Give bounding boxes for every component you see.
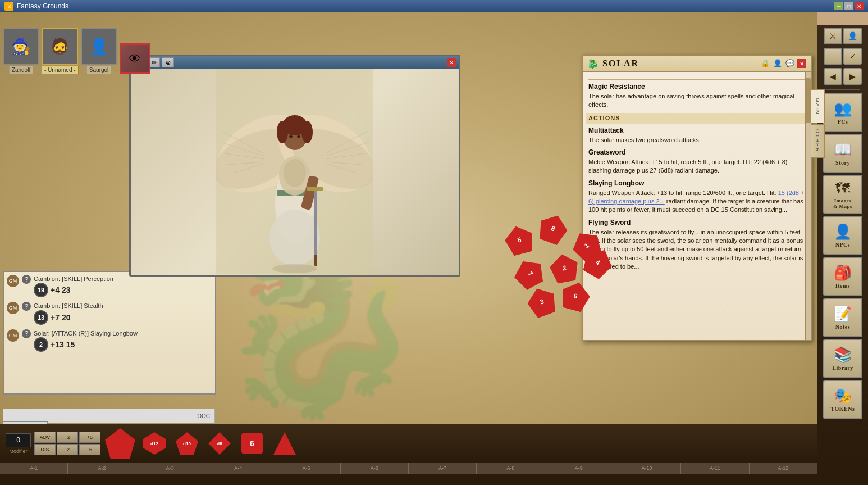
roll-row-2: 13 +7 20 [34, 310, 212, 325]
npc-panel-header: 🐉 Solar 🔒 👤 💬 ✕ [583, 56, 811, 72]
grid-cell-A-11: A-11 [681, 463, 749, 474]
dice-d10-button[interactable]: d10 [172, 429, 202, 458]
modifier-value: 0 [6, 433, 31, 447]
minimize-button[interactable]: ─ [834, 2, 843, 10]
npc-magic-resistance-text: The solar has advantage on saving throws… [588, 92, 805, 110]
slaying-longbow-damage-link[interactable]: 15 (2d8 + 6) piercing damage plus 2... [588, 189, 804, 205]
npc-tab-main[interactable]: Main [811, 89, 825, 123]
tokens-icon: 🎭 [834, 387, 852, 405]
notes-icon: 📝 [834, 305, 852, 323]
dice-d12-button[interactable]: d12 [140, 429, 169, 458]
adv-plus5-button[interactable]: +5 [79, 432, 100, 443]
roll-mod-1: +4 [51, 285, 60, 294]
roll-mod-2: +7 [51, 313, 60, 322]
dis-label: DIS [34, 444, 56, 455]
npc-portrait-icon[interactable]: 👤 [773, 58, 783, 69]
divider-1 [588, 79, 805, 80]
npc-multiattack-text: The solar makes two greatsword attacks. [588, 136, 805, 144]
npc-scrollbar[interactable] [805, 72, 811, 340]
roll-die-2: 13 [34, 310, 48, 325]
modifier-label: Modifier [9, 448, 27, 454]
arrow-left-button[interactable]: ◀ [824, 68, 842, 85]
dice-d4-button[interactable] [270, 429, 299, 458]
maximize-button[interactable]: □ [844, 2, 853, 10]
roll-die-3: 2 [34, 337, 48, 352]
plus-minus-button[interactable]: ± [824, 48, 842, 65]
portrait-face-unnamed: 🧔 [43, 29, 77, 64]
gm-icon-3: GM [7, 329, 19, 342]
npc-lock-icon[interactable]: 🔒 [760, 58, 770, 69]
portrait-unnamed[interactable]: 🧔 - Unnamed - [42, 28, 79, 74]
dice-tray: 0 Modifier ADV +2 +5 DIS -2 -5 d12 [0, 424, 817, 463]
question-icon-2: ? [22, 302, 31, 311]
dis-minus2-button[interactable]: -5 [79, 444, 100, 455]
items-icon: 🎒 [834, 264, 852, 282]
grid-cell-A-7: A-7 [409, 463, 477, 474]
portrait-face-unknown4: 👁 [121, 45, 149, 72]
portrait-zandolf[interactable]: 🧙 Zandolf [3, 28, 39, 74]
pcs-icon: 👥 [834, 100, 852, 117]
images-maps-label: Images& Maps [833, 198, 852, 210]
sidebar-btn-library[interactable]: 📚 Library [823, 339, 862, 378]
map-viewer-close-button[interactable]: ✕ [447, 58, 456, 67]
svg-point-25 [297, 135, 300, 138]
map-viewer: 🛡 ✏ ⊗ ✕ [129, 55, 460, 277]
d10-shape: d10 [176, 432, 198, 455]
chat-actor-2: Cambion: [SKILL] Stealth [34, 302, 212, 310]
npc-magic-resistance-name: Magic Resistance [588, 82, 805, 92]
npc-slaying-longbow-name: Slaying Longbow [588, 179, 805, 188]
items-label: Items [835, 283, 850, 289]
scrollbar-thumb[interactable] [806, 78, 811, 123]
npcs-icon: 👤 [834, 223, 852, 241]
notes-label: Notes [835, 324, 850, 330]
arrow-right-button[interactable]: ▶ [843, 68, 862, 85]
grid-cell-A-1: A-1 [0, 463, 68, 474]
sidebar-btn-notes[interactable]: 📝 Notes [823, 298, 862, 337]
npc-panel: 🐉 Solar 🔒 👤 💬 ✕ Main Other Magic Resista… [582, 55, 812, 341]
portrait-face-zandolf: 🧙 [4, 29, 38, 64]
adv-plus2-button[interactable]: +2 [57, 432, 78, 443]
close-button[interactable]: ✕ [855, 2, 864, 10]
npc-header-icons: 🔒 👤 💬 ✕ [760, 58, 806, 69]
npc-chat-icon[interactable]: 💬 [785, 58, 795, 69]
svg-point-24 [289, 135, 293, 138]
main-area: 🐉 🧙 Zandolf 🧔 - Unnamed - 👤 Saurgol 👁 [0, 12, 868, 474]
npc-close-button[interactable]: ✕ [797, 59, 806, 68]
grid-cell-A-6: A-6 [341, 463, 409, 474]
chat-entry-1: GM ? Cambion: [SKILL] Perception 19 +4 2… [7, 275, 212, 297]
chat-log: GM ? Cambion: [SKILL] Perception 19 +4 2… [3, 271, 216, 395]
sidebar-btn-images-maps[interactable]: 🗺 Images& Maps [823, 175, 862, 214]
d8-shape: d8 [208, 432, 231, 455]
roll-mod-3: +13 [51, 340, 64, 349]
npc-tab-other[interactable]: Other [811, 124, 825, 158]
images-maps-icon: 🗺 [835, 180, 850, 197]
portrait-name-unnamed: - Unnamed - [42, 66, 79, 74]
adv-minus2-button[interactable]: -2 [57, 444, 78, 455]
sidebar-btn-tokens[interactable]: 🎭 TOKENs [823, 380, 862, 419]
sidebar-btn-items[interactable]: 🎒 Items [823, 257, 862, 296]
roll-die-1: 19 [34, 283, 48, 297]
dice-d6-button[interactable]: 6 [237, 429, 267, 458]
portrait-unknown4[interactable]: 👁 [120, 43, 150, 74]
dice-d8-button[interactable]: d8 [205, 429, 234, 458]
sidebar-top-buttons-3: ◀ ▶ [824, 68, 862, 85]
chat-entry-2: GM ? Cambion: [SKILL] Stealth 13 +7 20 [7, 302, 212, 324]
svg-rect-28 [307, 187, 323, 191]
sidebar-btn-pcs[interactable]: 👥 PCs [823, 93, 862, 132]
sidebar-btn-story[interactable]: 📖 Story [823, 134, 862, 173]
svg-point-16 [269, 210, 320, 266]
solar-figure-svg [216, 69, 373, 274]
combat-tracker-button[interactable]: ⚔ [824, 28, 842, 44]
npc-greatsword-text: Melee Weapon Attack: +15 to hit, reach 5… [588, 158, 805, 175]
portraits-bar: 🧙 Zandolf 🧔 - Unnamed - 👤 Saurgol 👁 [0, 12, 177, 77]
dice-d20-large[interactable] [104, 427, 136, 460]
portrait-saurgol[interactable]: 👤 Saurgol [81, 28, 117, 74]
svg-point-22 [277, 121, 288, 143]
svg-point-30 [272, 264, 317, 273]
check-button[interactable]: ✓ [843, 48, 862, 65]
npc-sheet-button[interactable]: 👤 [843, 28, 862, 44]
sidebar-btn-npcs[interactable]: 👤 NPCs [823, 216, 862, 255]
roll-total-3: 15 [66, 340, 75, 349]
d4-shape [273, 432, 296, 455]
adv-dis-group: ADV +2 +5 DIS -2 -5 [34, 432, 100, 455]
